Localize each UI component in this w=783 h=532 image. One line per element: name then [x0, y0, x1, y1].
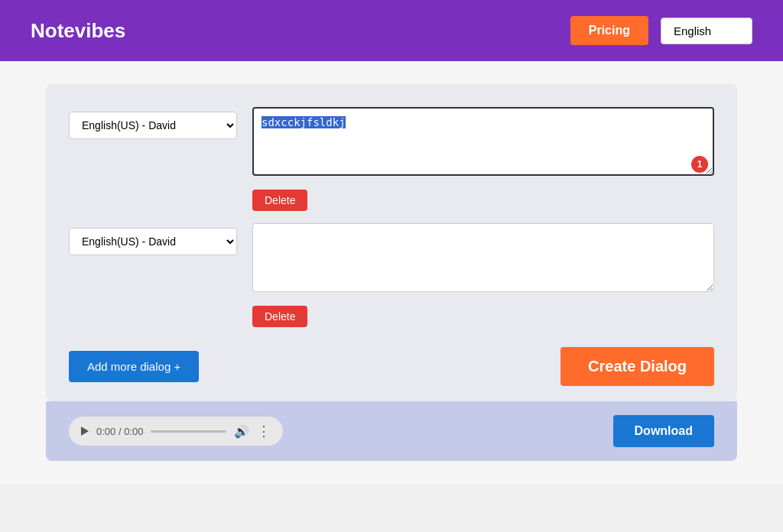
- char-badge-1: 1: [691, 156, 708, 173]
- delete-row-1: Delete: [69, 187, 714, 211]
- delete-row-2: Delete: [69, 303, 714, 327]
- header-right: Pricing English: [570, 16, 752, 45]
- more-options-icon[interactable]: ⋮: [257, 423, 271, 440]
- audio-player: 0:00 / 0:00 🔊 ⋮: [69, 417, 283, 446]
- time-display: 0:00 / 0:00: [96, 426, 143, 437]
- create-dialog-button[interactable]: Create Dialog: [560, 347, 714, 386]
- dialog-row-2: English(US) - David: [69, 223, 714, 295]
- header: Notevibes Pricing English: [0, 0, 783, 61]
- editor-area: English(US) - David <span class="selecte…: [46, 84, 737, 401]
- audio-area: 0:00 / 0:00 🔊 ⋮ Download: [46, 401, 737, 461]
- logo: Notevibes: [31, 19, 125, 43]
- main-content: English(US) - David <span class="selecte…: [0, 61, 783, 484]
- pricing-button[interactable]: Pricing: [570, 16, 648, 45]
- dialog-row-1: English(US) - David <span class="selecte…: [69, 107, 714, 179]
- language-select[interactable]: English: [661, 18, 752, 44]
- play-button[interactable]: [81, 427, 89, 436]
- text-area-wrapper-2: [252, 223, 714, 295]
- volume-icon[interactable]: 🔊: [234, 424, 249, 439]
- dialog-textarea-1[interactable]: <span class="selected-text">sdxcckjfsldk…: [252, 107, 714, 176]
- play-icon: [81, 427, 89, 436]
- voice-select-2[interactable]: English(US) - David: [69, 228, 237, 255]
- download-button[interactable]: Download: [613, 415, 714, 447]
- voice-select-1[interactable]: English(US) - David: [69, 112, 237, 139]
- text-area-wrapper-1: <span class="selected-text">sdxcckjfsldk…: [252, 107, 714, 179]
- bottom-actions: Add more dialog + Create Dialog: [69, 347, 714, 386]
- dialog-textarea-2[interactable]: [252, 223, 714, 292]
- delete-button-2[interactable]: Delete: [252, 306, 307, 327]
- progress-bar[interactable]: [151, 430, 226, 433]
- add-dialog-button[interactable]: Add more dialog +: [69, 351, 199, 382]
- delete-button-1[interactable]: Delete: [252, 190, 307, 211]
